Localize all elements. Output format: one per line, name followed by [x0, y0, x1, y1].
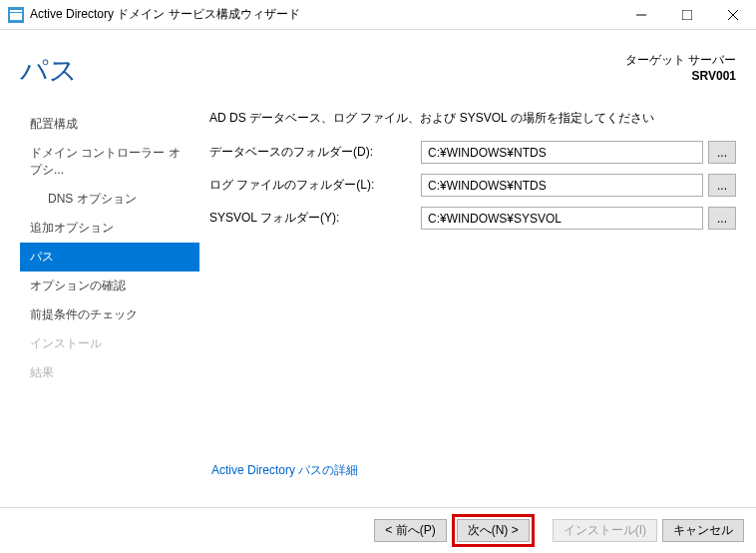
next-button-highlight: 次へ(N) > — [452, 514, 535, 547]
header-area: パス ターゲット サーバー SRV001 — [0, 30, 756, 100]
sidebar-item-dns-options[interactable]: DNS オプション — [20, 185, 199, 214]
details-link[interactable]: Active Directory パスの詳細 — [211, 462, 358, 479]
titlebar: Active Directory ドメイン サービス構成ウィザード — [0, 0, 756, 30]
input-sysvol-folder[interactable] — [421, 207, 703, 230]
target-server-label: ターゲット サーバー — [625, 52, 736, 69]
browse-sysvol-button[interactable]: ... — [708, 207, 736, 230]
sidebar-item-deployment-config[interactable]: 配置構成 — [20, 110, 199, 139]
svg-rect-1 — [10, 10, 22, 12]
sidebar-item-install: インストール — [20, 329, 199, 358]
minimize-button[interactable] — [618, 1, 664, 29]
svg-rect-4 — [682, 10, 692, 20]
button-row: < 前へ(P) 次へ(N) > インストール(I) キャンセル — [0, 507, 756, 553]
sidebar-item-additional-options[interactable]: 追加オプション — [20, 214, 199, 243]
input-logfile-folder[interactable] — [421, 174, 703, 197]
sidebar-item-dc-options[interactable]: ドメイン コントローラー オプシ... — [20, 139, 199, 185]
wizard-body: パス ターゲット サーバー SRV001 配置構成 ドメイン コントローラー オ… — [0, 30, 756, 553]
window-icon — [8, 7, 24, 23]
browse-database-button[interactable]: ... — [708, 141, 736, 164]
cancel-button[interactable]: キャンセル — [662, 519, 744, 542]
window-title: Active Directory ドメイン サービス構成ウィザード — [30, 6, 618, 23]
row-sysvol-folder: SYSVOL フォルダー(Y): ... — [209, 207, 736, 230]
svg-rect-2 — [10, 13, 22, 20]
content-area: 配置構成 ドメイン コントローラー オプシ... DNS オプション 追加オプシ… — [0, 100, 756, 507]
label-logfile-folder: ログ ファイルのフォルダー(L): — [209, 177, 421, 194]
target-server-name: SRV001 — [625, 69, 736, 83]
sidebar-item-results: 結果 — [20, 358, 199, 387]
main-panel: AD DS データベース、ログ ファイル、および SYSVOL の場所を指定して… — [209, 110, 736, 507]
label-database-folder: データベースのフォルダー(D): — [209, 144, 421, 161]
install-button: インストール(I) — [553, 519, 657, 542]
page-title: パス — [20, 52, 78, 90]
browse-logfile-button[interactable]: ... — [708, 174, 736, 197]
next-button[interactable]: 次へ(N) > — [457, 519, 530, 542]
nav-sidebar: 配置構成 ドメイン コントローラー オプシ... DNS オプション 追加オプシ… — [20, 110, 199, 507]
close-button[interactable] — [710, 1, 756, 29]
sidebar-item-review-options[interactable]: オプションの確認 — [20, 272, 199, 300]
instruction-text: AD DS データベース、ログ ファイル、および SYSVOL の場所を指定して… — [209, 110, 736, 127]
maximize-button[interactable] — [664, 1, 710, 29]
row-database-folder: データベースのフォルダー(D): ... — [209, 141, 736, 164]
label-sysvol-folder: SYSVOL フォルダー(Y): — [209, 210, 421, 227]
input-database-folder[interactable] — [421, 141, 703, 164]
previous-button[interactable]: < 前へ(P) — [374, 519, 446, 542]
row-logfile-folder: ログ ファイルのフォルダー(L): ... — [209, 174, 736, 197]
sidebar-item-paths[interactable]: パス — [20, 243, 199, 272]
sidebar-item-prereq-check[interactable]: 前提条件のチェック — [20, 300, 199, 329]
target-server-info: ターゲット サーバー SRV001 — [625, 52, 736, 90]
